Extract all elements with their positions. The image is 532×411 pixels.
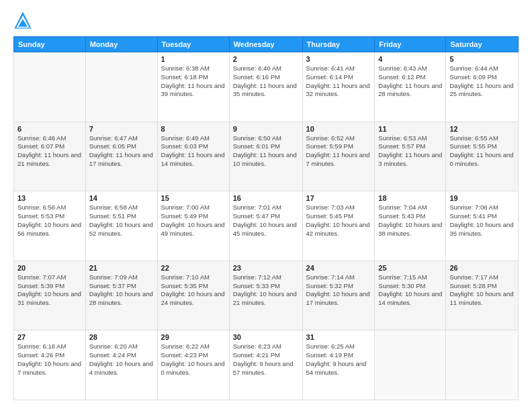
day-info: Sunrise: 6:50 AM Sunset: 6:01 PM Dayligh…	[233, 134, 299, 169]
day-number: 3	[306, 55, 371, 63]
calendar-cell: 21Sunrise: 7:09 AM Sunset: 5:37 PM Dayli…	[85, 261, 157, 330]
day-number: 18	[378, 194, 442, 202]
day-info: Sunrise: 7:10 AM Sunset: 5:35 PM Dayligh…	[161, 273, 226, 308]
calendar-cell: 28Sunrise: 6:20 AM Sunset: 4:24 PM Dayli…	[85, 330, 157, 400]
day-info: Sunrise: 7:17 AM Sunset: 5:28 PM Dayligh…	[449, 273, 515, 308]
day-info: Sunrise: 6:47 AM Sunset: 6:05 PM Dayligh…	[89, 134, 154, 169]
calendar-cell: 30Sunrise: 6:23 AM Sunset: 4:21 PM Dayli…	[229, 330, 302, 400]
calendar-cell: 1Sunrise: 6:38 AM Sunset: 6:18 PM Daylig…	[157, 52, 229, 122]
day-info: Sunrise: 6:18 AM Sunset: 4:26 PM Dayligh…	[17, 342, 82, 377]
calendar-cell: 22Sunrise: 7:10 AM Sunset: 5:35 PM Dayli…	[157, 261, 229, 330]
day-number: 8	[161, 125, 226, 133]
day-info: Sunrise: 6:41 AM Sunset: 6:14 PM Dayligh…	[306, 64, 371, 99]
day-info: Sunrise: 7:14 AM Sunset: 5:32 PM Dayligh…	[306, 273, 371, 308]
calendar-cell: 16Sunrise: 7:01 AM Sunset: 5:47 PM Dayli…	[229, 191, 302, 261]
day-info: Sunrise: 6:20 AM Sunset: 4:24 PM Dayligh…	[89, 342, 154, 377]
day-number: 25	[378, 264, 442, 272]
day-info: Sunrise: 7:07 AM Sunset: 5:39 PM Dayligh…	[17, 273, 82, 308]
weekday-header-thursday: Thursday	[302, 37, 375, 52]
day-number: 1	[161, 55, 226, 63]
day-number: 17	[306, 194, 371, 202]
calendar-cell: 31Sunrise: 6:25 AM Sunset: 4:19 PM Dayli…	[302, 330, 375, 400]
day-number: 27	[17, 333, 82, 341]
day-info: Sunrise: 7:04 AM Sunset: 5:43 PM Dayligh…	[378, 203, 442, 238]
day-number: 29	[161, 333, 226, 341]
day-info: Sunrise: 7:15 AM Sunset: 5:30 PM Dayligh…	[378, 273, 442, 308]
day-number: 30	[233, 333, 299, 341]
day-info: Sunrise: 7:06 AM Sunset: 5:41 PM Dayligh…	[449, 203, 515, 238]
calendar-cell: 23Sunrise: 7:12 AM Sunset: 5:33 PM Dayli…	[229, 261, 302, 330]
weekday-header-friday: Friday	[375, 37, 446, 52]
day-info: Sunrise: 6:25 AM Sunset: 4:19 PM Dayligh…	[306, 342, 371, 377]
day-info: Sunrise: 6:22 AM Sunset: 4:23 PM Dayligh…	[161, 342, 226, 377]
calendar-cell: 7Sunrise: 6:47 AM Sunset: 6:05 PM Daylig…	[85, 122, 157, 191]
calendar-cell	[14, 52, 86, 122]
day-info: Sunrise: 6:38 AM Sunset: 6:18 PM Dayligh…	[161, 64, 226, 99]
day-number: 15	[161, 194, 226, 202]
day-info: Sunrise: 6:46 AM Sunset: 6:07 PM Dayligh…	[17, 134, 82, 169]
calendar-cell: 20Sunrise: 7:07 AM Sunset: 5:39 PM Dayli…	[14, 261, 86, 330]
day-info: Sunrise: 6:53 AM Sunset: 5:57 PM Dayligh…	[378, 134, 442, 169]
day-number: 26	[449, 264, 515, 272]
calendar-cell: 10Sunrise: 6:52 AM Sunset: 5:59 PM Dayli…	[302, 122, 375, 191]
day-number: 10	[306, 125, 371, 133]
weekday-header-sunday: Sunday	[14, 37, 86, 52]
day-number: 31	[306, 333, 371, 341]
calendar-cell	[446, 330, 519, 400]
day-number: 13	[17, 194, 82, 202]
day-number: 23	[233, 264, 299, 272]
day-number: 20	[17, 264, 82, 272]
calendar-cell: 25Sunrise: 7:15 AM Sunset: 5:30 PM Dayli…	[375, 261, 446, 330]
calendar-cell: 19Sunrise: 7:06 AM Sunset: 5:41 PM Dayli…	[446, 191, 519, 261]
day-number: 28	[89, 333, 154, 341]
logo-icon	[13, 11, 32, 30]
weekday-header-wednesday: Wednesday	[229, 37, 302, 52]
calendar-cell: 6Sunrise: 6:46 AM Sunset: 6:07 PM Daylig…	[14, 122, 86, 191]
day-number: 24	[306, 264, 371, 272]
day-info: Sunrise: 6:40 AM Sunset: 6:16 PM Dayligh…	[233, 64, 299, 99]
day-number: 14	[89, 194, 154, 202]
day-info: Sunrise: 6:23 AM Sunset: 4:21 PM Dayligh…	[233, 342, 299, 377]
day-info: Sunrise: 6:58 AM Sunset: 5:51 PM Dayligh…	[89, 203, 154, 238]
day-number: 19	[449, 194, 515, 202]
calendar-cell: 8Sunrise: 6:49 AM Sunset: 6:03 PM Daylig…	[157, 122, 229, 191]
day-info: Sunrise: 7:01 AM Sunset: 5:47 PM Dayligh…	[233, 203, 299, 238]
calendar-cell: 29Sunrise: 6:22 AM Sunset: 4:23 PM Dayli…	[157, 330, 229, 400]
day-info: Sunrise: 7:00 AM Sunset: 5:49 PM Dayligh…	[161, 203, 226, 238]
day-number: 22	[161, 264, 226, 272]
day-number: 21	[89, 264, 154, 272]
day-info: Sunrise: 6:44 AM Sunset: 6:09 PM Dayligh…	[449, 64, 515, 99]
calendar-week-row: 6Sunrise: 6:46 AM Sunset: 6:07 PM Daylig…	[14, 122, 519, 191]
day-number: 7	[89, 125, 154, 133]
day-number: 11	[378, 125, 442, 133]
calendar-cell: 17Sunrise: 7:03 AM Sunset: 5:45 PM Dayli…	[302, 191, 375, 261]
calendar-cell: 24Sunrise: 7:14 AM Sunset: 5:32 PM Dayli…	[302, 261, 375, 330]
day-number: 4	[378, 55, 442, 63]
header	[13, 11, 519, 30]
calendar-week-row: 20Sunrise: 7:07 AM Sunset: 5:39 PM Dayli…	[14, 261, 519, 330]
calendar-week-row: 27Sunrise: 6:18 AM Sunset: 4:26 PM Dayli…	[14, 330, 519, 400]
calendar-week-row: 1Sunrise: 6:38 AM Sunset: 6:18 PM Daylig…	[14, 52, 519, 122]
calendar-week-row: 13Sunrise: 6:56 AM Sunset: 5:53 PM Dayli…	[14, 191, 519, 261]
day-number: 5	[449, 55, 515, 63]
calendar-cell: 11Sunrise: 6:53 AM Sunset: 5:57 PM Dayli…	[375, 122, 446, 191]
day-info: Sunrise: 6:49 AM Sunset: 6:03 PM Dayligh…	[161, 134, 226, 169]
calendar-cell: 5Sunrise: 6:44 AM Sunset: 6:09 PM Daylig…	[446, 52, 519, 122]
weekday-header-monday: Monday	[85, 37, 157, 52]
logo	[13, 11, 35, 30]
calendar-cell: 4Sunrise: 6:43 AM Sunset: 6:12 PM Daylig…	[375, 52, 446, 122]
calendar-cell: 12Sunrise: 6:55 AM Sunset: 5:55 PM Dayli…	[446, 122, 519, 191]
day-number: 9	[233, 125, 299, 133]
calendar-cell	[375, 330, 446, 400]
calendar-cell: 27Sunrise: 6:18 AM Sunset: 4:26 PM Dayli…	[14, 330, 86, 400]
calendar-cell: 2Sunrise: 6:40 AM Sunset: 6:16 PM Daylig…	[229, 52, 302, 122]
weekday-header-saturday: Saturday	[446, 37, 519, 52]
day-info: Sunrise: 6:55 AM Sunset: 5:55 PM Dayligh…	[449, 134, 515, 169]
calendar-cell	[85, 52, 157, 122]
day-number: 16	[233, 194, 299, 202]
calendar-cell: 18Sunrise: 7:04 AM Sunset: 5:43 PM Dayli…	[375, 191, 446, 261]
day-info: Sunrise: 6:56 AM Sunset: 5:53 PM Dayligh…	[17, 203, 82, 238]
day-info: Sunrise: 7:09 AM Sunset: 5:37 PM Dayligh…	[89, 273, 154, 308]
weekday-header-row: SundayMondayTuesdayWednesdayThursdayFrid…	[14, 37, 519, 52]
day-number: 12	[449, 125, 515, 133]
